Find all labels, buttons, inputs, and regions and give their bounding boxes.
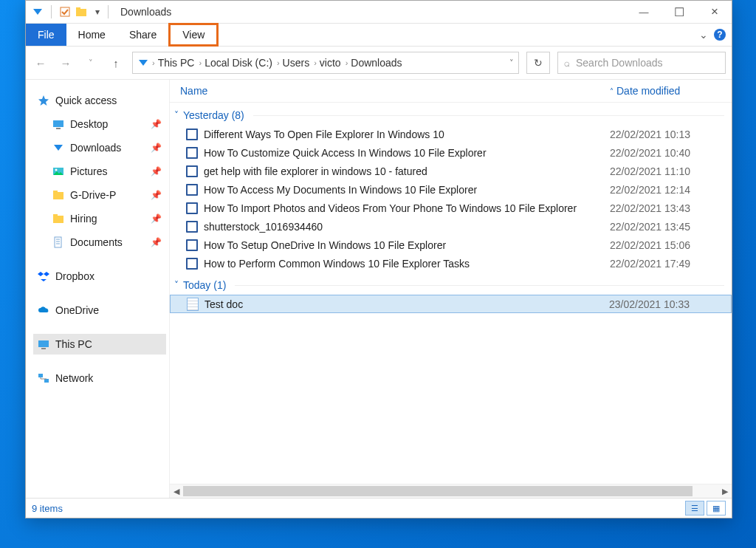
path-segment[interactable]: Users›	[283, 57, 317, 69]
dropbox-icon	[38, 270, 49, 282]
horizontal-scrollbar[interactable]: ◀ ▶	[170, 484, 732, 498]
file-date: 22/02/2021 10:13	[610, 129, 732, 140]
file-row[interactable]: Test doc23/02/2021 10:33	[170, 295, 732, 313]
file-date: 22/02/2021 13:45	[610, 221, 732, 233]
recent-locations-icon[interactable]: ˅	[82, 58, 100, 68]
help-icon[interactable]: ?	[714, 29, 726, 41]
file-row[interactable]: How To Import Photos and Videos From You…	[170, 199, 732, 217]
search-box[interactable]: ⌕ Search Downloads	[557, 52, 726, 74]
onedrive-icon	[38, 304, 49, 316]
pin-icon: 📌	[151, 119, 162, 129]
file-row[interactable]: How To Access My Documents In Windows 10…	[170, 180, 732, 199]
column-name[interactable]: Name	[180, 85, 610, 97]
maximize-button[interactable]: ☐	[668, 5, 690, 19]
down-arrow-icon	[137, 57, 149, 69]
svg-point-6	[55, 169, 58, 171]
file-date: 22/02/2021 17:49	[610, 258, 732, 270]
chevron-down-icon: ˅	[174, 110, 179, 120]
sidebar-this-pc[interactable]: This PC	[33, 334, 166, 355]
large-icons-view-button[interactable]: ▦	[707, 501, 726, 516]
tab-home[interactable]: Home	[66, 24, 117, 46]
word-file-icon	[186, 202, 198, 214]
svg-rect-7	[53, 192, 63, 199]
ribbon-expand-icon[interactable]: ⌄	[699, 29, 708, 41]
file-row[interactable]: How To Setup OneDrive In Windows 10 File…	[170, 236, 732, 254]
file-name: How To Customize Quick Access In Windows…	[204, 147, 487, 159]
pin-icon: 📌	[151, 143, 162, 153]
scroll-thumb[interactable]	[183, 486, 693, 496]
file-date: 22/02/2021 10:40	[610, 147, 732, 159]
path-segment[interactable]: Downloads	[351, 57, 402, 69]
desktop-icon	[52, 118, 64, 130]
address-dropdown-icon[interactable]: ˅	[509, 58, 514, 68]
path-segment[interactable]: victo›	[320, 57, 348, 69]
qat-dropdown-icon[interactable]: ▾	[92, 6, 103, 18]
status-text: 9 items	[32, 503, 63, 514]
word-file-icon	[186, 239, 198, 251]
sidebar-quick-access[interactable]: Quick access	[33, 90, 166, 111]
navigation-bar: ← → ˅ ↑ › This PC› Local Disk (C:)› User…	[26, 47, 732, 80]
pictures-icon	[52, 165, 64, 177]
scroll-left-icon[interactable]: ◀	[170, 487, 183, 496]
sidebar-item-downloads[interactable]: Downloads📌	[33, 137, 166, 158]
file-name: How To Setup OneDrive In Windows 10 File…	[204, 239, 446, 251]
file-name: shutterstock_1016934460	[204, 221, 323, 233]
tab-share[interactable]: Share	[117, 24, 168, 46]
tab-file[interactable]: File	[26, 24, 66, 46]
file-row[interactable]: Different Ways To Open File Explorer In …	[170, 125, 732, 143]
file-date: 22/02/2021 13:43	[610, 202, 732, 214]
file-row[interactable]: shutterstock_101693446022/02/2021 13:45	[170, 217, 732, 236]
file-list[interactable]: ˅Yesterday (8)Different Ways To Open Fil…	[170, 103, 732, 484]
pc-icon	[38, 338, 49, 350]
file-date: 22/02/2021 15:06	[610, 239, 732, 251]
details-view-button[interactable]: ☰	[685, 501, 704, 516]
back-button[interactable]: ←	[32, 57, 49, 69]
forward-button[interactable]: →	[57, 57, 75, 69]
quick-access-toolbar: ▾	[32, 5, 103, 18]
scroll-right-icon[interactable]: ▶	[718, 487, 732, 496]
file-date: 22/02/2021 12:14	[610, 184, 732, 196]
group-label: Yesterday (8)	[183, 109, 244, 121]
column-date[interactable]: ˄Date modified	[610, 85, 732, 97]
group-header[interactable]: ˅Today (1)	[170, 275, 732, 295]
file-row[interactable]: How to Perform Common Windows 10 File Ex…	[170, 254, 732, 273]
chevron-down-icon: ˅	[174, 280, 179, 290]
svg-rect-14	[38, 374, 43, 377]
tab-view[interactable]: View	[168, 23, 219, 47]
text-file-icon	[187, 298, 199, 311]
sidebar-network[interactable]: Network	[33, 368, 166, 388]
pin-icon: 📌	[151, 237, 162, 247]
sidebar-item-desktop[interactable]: Desktop📌	[33, 114, 166, 134]
sidebar-item-gdrivep[interactable]: G-Drive-P📌	[33, 185, 166, 205]
svg-rect-9	[53, 216, 63, 223]
network-icon	[38, 372, 49, 384]
file-name: How to Perform Common Windows 10 File Ex…	[204, 258, 470, 270]
path-segment[interactable]: Local Disk (C:)›	[205, 57, 279, 69]
folder-icon[interactable]	[75, 6, 87, 18]
sidebar-item-documents[interactable]: Documents📌	[33, 232, 166, 253]
down-arrow-icon[interactable]	[32, 6, 44, 18]
sidebar-dropbox[interactable]: Dropbox	[33, 266, 166, 287]
sidebar-item-pictures[interactable]: Pictures📌	[33, 161, 166, 182]
close-button[interactable]: ×	[704, 4, 726, 19]
group-header[interactable]: ˅Yesterday (8)	[170, 106, 732, 125]
file-row[interactable]: How To Customize Quick Access In Windows…	[170, 143, 732, 162]
svg-rect-13	[41, 348, 46, 349]
folder-icon	[52, 189, 64, 201]
pin-icon: 📌	[151, 213, 162, 224]
refresh-button[interactable]: ↻	[526, 52, 550, 74]
sidebar-item-hiring[interactable]: Hiring📌	[33, 208, 166, 229]
status-bar: 9 items ☰ ▦	[26, 498, 732, 518]
file-row[interactable]: get help with file explorer in windows 1…	[170, 162, 732, 180]
minimize-button[interactable]: —	[633, 7, 655, 18]
sidebar-onedrive[interactable]: OneDrive	[33, 300, 166, 321]
title-bar: ▾ Downloads — ☐ ×	[26, 1, 732, 24]
svg-rect-4	[56, 128, 61, 129]
up-button[interactable]: ↑	[107, 57, 125, 69]
group-label: Today (1)	[183, 279, 226, 291]
address-bar[interactable]: › This PC› Local Disk (C:)› Users› victo…	[132, 52, 519, 74]
word-file-icon	[186, 221, 198, 233]
properties-icon[interactable]	[59, 6, 71, 18]
path-segment[interactable]: This PC›	[158, 57, 202, 69]
explorer-window: ▾ Downloads — ☐ × File Home Share View ⌄…	[25, 0, 732, 518]
